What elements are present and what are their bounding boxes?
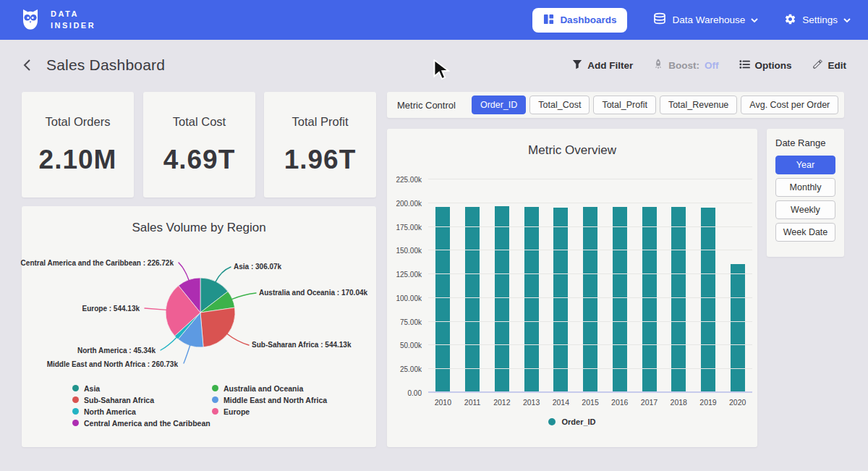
brand-line1: DATA	[51, 9, 95, 20]
rocket-icon	[653, 59, 663, 72]
y-axis-tick: 0.00	[408, 389, 422, 397]
pie-leader-line	[161, 337, 177, 350]
bar-2018	[671, 207, 686, 393]
boost-toggle[interactable]: Boost: Off	[653, 59, 718, 72]
pie-leader-line	[145, 308, 166, 310]
chevron-down-icon	[751, 14, 758, 25]
legend-item-north-america: North America	[72, 407, 210, 415]
edit-button[interactable]: Edit	[812, 59, 847, 72]
x-axis-label: 2015	[576, 398, 605, 407]
pie-leader-line	[184, 345, 190, 363]
pie-label-north-america: North America : 45.34k	[77, 347, 156, 355]
dashboard-header: Sales Dashboard Add Filter Boost: Off	[20, 51, 846, 80]
x-axis-label: 2014	[546, 398, 576, 407]
bar-column	[546, 208, 576, 394]
navbar-menu: Dashboards Data Warehouse Settings	[532, 8, 851, 33]
metric-button-order-id[interactable]: Order_ID	[472, 96, 526, 114]
date-range-button-week-date[interactable]: Week Date	[775, 223, 835, 242]
pencil-icon	[812, 59, 823, 72]
bar-2011	[465, 207, 480, 393]
bar-column	[694, 208, 723, 393]
pie-leader-line	[231, 293, 256, 300]
y-axis-tick: 150.00k	[396, 247, 422, 255]
legend-label: Central America and the Caribbean	[84, 419, 210, 428]
date-range-panel: Date Range YearMonthlyWeeklyWeek Date	[767, 129, 844, 257]
sales-volume-by-region-card: Sales Volume by Region Asia : 306.07kAus…	[22, 206, 376, 447]
gridline	[428, 368, 752, 369]
metric-button-total-cost[interactable]: Total_Cost	[529, 96, 590, 114]
metric-control-label: Metric Control	[397, 100, 456, 111]
legend-item-middle-east-and-north-africa: Middle East and North Africa	[212, 396, 327, 404]
gridline	[428, 179, 752, 179]
legend-item-asia: Asia	[72, 384, 210, 392]
grid-icon	[543, 14, 554, 27]
bar-chart-title: Metric Overview	[387, 143, 757, 158]
pie-slice-sub-saharan-africa	[200, 307, 235, 347]
bar-column	[634, 207, 664, 393]
kpi-value: 4.69T	[163, 145, 236, 175]
bar-column	[516, 207, 546, 393]
bar-column	[458, 207, 488, 393]
x-axis-label: 2018	[664, 398, 694, 407]
bar-chart-legend: Order_ID	[387, 417, 757, 426]
dashboards-button[interactable]: Dashboards	[532, 8, 627, 33]
back-button[interactable]	[20, 57, 35, 73]
gridline	[428, 297, 752, 298]
bar-column	[723, 264, 752, 393]
pie-label-central-america-and-the-caribbean: Central America and the Caribbean : 226.…	[21, 259, 174, 267]
date-range-button-year[interactable]: Year	[775, 156, 835, 174]
legend-label: Middle East and North Africa	[224, 396, 327, 404]
pie-leader-line	[227, 334, 249, 345]
y-axis-tick: 175.00k	[396, 223, 422, 231]
list-icon	[739, 59, 750, 72]
settings-menu[interactable]: Settings	[784, 13, 851, 27]
x-axis-label: 2013	[516, 398, 546, 407]
bar-2015	[583, 207, 597, 393]
gridline	[428, 226, 752, 227]
data-warehouse-menu[interactable]: Data Warehouse	[653, 12, 758, 27]
page-title: Sales Dashboard	[46, 56, 165, 74]
pie-label-europe: Europe : 544.13k	[82, 305, 140, 313]
date-range-button-weekly[interactable]: Weekly	[775, 200, 835, 219]
y-axis-tick: 50.00k	[400, 341, 422, 349]
legend-item-sub-saharan-africa: Sub-Saharan Africa	[72, 396, 210, 404]
pie-legend-column-1: AsiaSub-Saharan AfricaNorth AmericaCentr…	[72, 384, 210, 427]
metric-button-total-revenue[interactable]: Total_Revenue	[660, 96, 737, 114]
kpi-value: 2.10M	[39, 145, 117, 175]
owl-icon	[17, 6, 43, 35]
kpi-card-total-orders: Total Orders 2.10M	[22, 92, 134, 198]
add-filter-button[interactable]: Add Filter	[572, 59, 633, 72]
x-axis-label: 2010	[428, 398, 458, 407]
metric-button-total-profit[interactable]: Total_Profit	[593, 96, 656, 114]
boost-label: Boost:	[668, 60, 699, 71]
bar-2013	[524, 207, 539, 393]
settings-label: Settings	[802, 14, 838, 25]
options-button[interactable]: Options	[739, 59, 792, 72]
date-range-button-monthly[interactable]: Monthly	[775, 178, 835, 197]
chevron-down-icon	[843, 14, 851, 25]
bar-2016	[613, 207, 627, 393]
pie-leader-line	[216, 267, 231, 282]
gridline	[428, 344, 752, 345]
add-filter-label: Add Filter	[587, 60, 633, 71]
bar-column	[487, 206, 516, 393]
gridline	[428, 391, 752, 393]
kpi-card-total-profit: Total Profit 1.96T	[264, 92, 376, 198]
x-axis-label: 2017	[634, 398, 664, 407]
metric-control-strip: Metric Control Order_IDTotal_CostTotal_P…	[387, 92, 844, 118]
pie-label-asia: Asia : 306.07k	[234, 263, 281, 271]
metric-button-avg-cost-per-order[interactable]: Avg. Cost per Order	[741, 96, 838, 114]
y-axis-tick: 75.00k	[400, 318, 422, 326]
legend-label: Sub-Saharan Africa	[84, 396, 154, 404]
options-label: Options	[755, 60, 792, 71]
bar-2017	[642, 207, 657, 393]
metric-control-buttons: Order_IDTotal_CostTotal_ProfitTotal_Reve…	[472, 96, 838, 114]
pie-label-australia-and-oceania: Australia and Oceania : 170.04k	[259, 289, 367, 297]
legend-dot	[72, 408, 79, 415]
gridline	[428, 273, 752, 274]
legend-label: Asia	[84, 384, 100, 393]
bar-column	[576, 207, 605, 393]
brand-line2: INSIDER	[51, 20, 95, 32]
dashboards-label: Dashboards	[560, 14, 616, 25]
bar-chart-x-axis: 2010201120122013201420152016201720182019…	[428, 398, 752, 407]
